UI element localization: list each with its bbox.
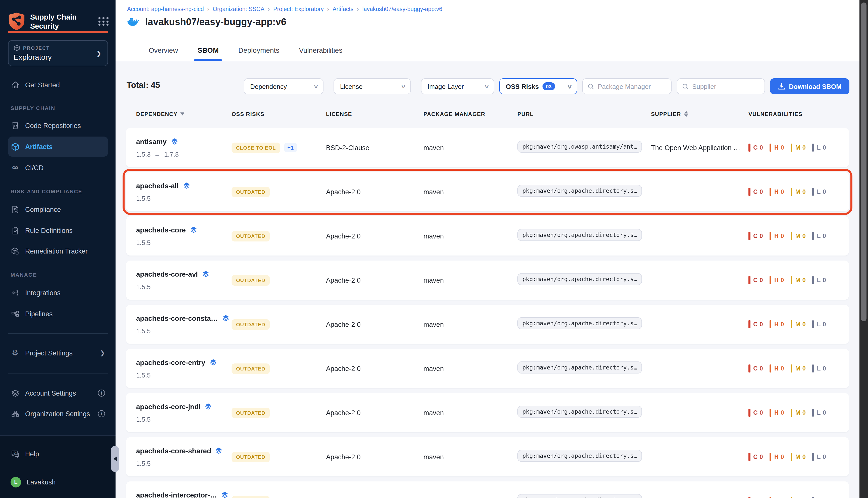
sidebar: Supply Chain Security PROJECT Explorator… [0,0,116,498]
table-row[interactable]: apacheds-core-consta… 1.5.5 OUTDATED Apa… [126,305,849,344]
download-sbom-button[interactable]: Download SBOM [770,78,850,94]
purl-value[interactable]: pkg:maven/org.owasp.antisamy/ant… [517,141,642,153]
purl-value[interactable]: pkg:maven/org.apache.directory.s… [517,229,642,241]
supplier-search-input[interactable] [692,82,760,90]
col-dependency[interactable]: DEPENDENCY [136,111,232,117]
table-row[interactable]: apacheds-core-avl 1.5.5 OUTDATED Apache-… [126,261,849,300]
purl-value[interactable]: pkg:maven/org.apache.directory.s… [517,450,642,462]
purl-value[interactable]: pkg:maven/org.apache.directory.s… [517,317,642,329]
col-label: DEPENDENCY [136,111,178,117]
supply-chain-security-logo-icon [8,12,25,31]
info-icon[interactable]: i [98,410,105,417]
severity-bar-icon [812,144,814,152]
breadcrumb-item[interactable]: Account: app-harness-ng-cicd [127,6,204,12]
dependency-name[interactable]: apacheds-core [136,226,186,234]
dependency-name[interactable]: apacheds-core-shared [136,447,211,455]
dependency-name[interactable]: apacheds-core-entry [136,358,205,366]
license-cell: BSD-2-Clause [326,144,424,152]
risk-extra-badge[interactable]: +1 [284,143,297,152]
tab-sbom[interactable]: SBOM [194,46,222,61]
dependency-name[interactable]: apacheds-interceptor-… [136,491,217,498]
sidebar-item-compliance[interactable]: Compliance [8,202,108,217]
page-scrollbar[interactable] [859,0,868,498]
purl-value[interactable]: pkg:maven/org.apache.directory.s… [517,362,642,374]
dependency-name[interactable]: antisamy [136,137,167,145]
license-cell: Apache-2.0 [326,188,424,196]
col-supplier[interactable]: SUPPLIER [651,111,749,117]
license-filter-select[interactable]: License ∨ [334,78,411,94]
scrollbar-thumb[interactable] [861,2,867,321]
dependency-cell: apacheds-core-avl 1.5.5 [136,270,232,290]
dependency-name[interactable]: apacheds-all [136,182,179,189]
severity-count-l: L0 [812,453,826,461]
info-icon[interactable]: i [98,390,105,397]
table-row[interactable]: apacheds-all 1.5.5 OUTDATED Apache-2.0 m… [126,172,849,211]
page-header: Account: app-harness-ng-cicd›Organizatio… [116,0,859,61]
purl-cell: pkg:maven/org.apache.directory.s… [517,494,651,498]
severity-bar-icon [812,188,814,196]
table-row[interactable]: antisamy 1.5.3→1.7.8 CLOSE TO EOL +1 BSD… [126,128,849,167]
table-row[interactable]: apacheds-core-entry 1.5.5 OUTDATED Apach… [126,349,849,388]
package-manager-search-input[interactable] [598,82,666,90]
package-manager-cell: maven [424,365,517,372]
severity-count-c: C0 [749,188,763,196]
package-manager-cell: maven [424,144,517,152]
sidebar-item-code-repositories[interactable]: Code Repositories [8,118,108,132]
package-manager-cell: maven [424,276,517,284]
sidebar-collapse-handle[interactable] [111,446,119,472]
dependency-cell: apacheds-core-consta… 1.5.5 [136,314,232,335]
user-menu[interactable]: L Lavakush [8,475,108,489]
purl-value[interactable]: pkg:maven/org.apache.directory.s… [517,406,642,418]
breadcrumb-item[interactable]: lavakush07/easy-buggy-app:v6 [362,6,442,12]
purl-value[interactable]: pkg:maven/org.apache.directory.s… [517,185,642,197]
purl-value[interactable]: pkg:maven/org.apache.directory.s… [517,273,642,285]
breadcrumb-item[interactable]: Artifacts [333,6,353,12]
tab-deployments[interactable]: Deployments [235,46,283,61]
project-selector[interactable]: PROJECT Exploratory ❯ [8,40,108,66]
sidebar-item-integrations[interactable]: Integrations [8,286,108,300]
breadcrumb-item[interactable]: Organization: SSCA [213,6,264,12]
project-label-row: PROJECT [14,45,103,51]
dependency-name[interactable]: apacheds-core-consta… [136,314,218,322]
severity-bar-icon [769,365,771,372]
severity-count-c: C0 [749,409,763,417]
dependency-filter-select[interactable]: Dependency ∨ [244,78,324,94]
table-row[interactable]: apacheds-core 1.5.5 OUTDATED Apache-2.0 … [126,217,849,255]
oss-risks-filter-select[interactable]: OSS Risks 03 ∨ [499,78,577,94]
purl-value[interactable]: pkg:maven/org.apache.directory.s… [517,494,642,498]
sidebar-item-cicd[interactable]: ∞ CI/CD [8,161,108,175]
sidebar-item-organization-settings[interactable]: Organization Settings i [8,407,108,421]
oss-risk-cell: OUTDATED [232,363,326,374]
severity-bar-icon [812,453,814,461]
tab-vulnerabilities[interactable]: Vulnerabilities [295,46,346,61]
sidebar-item-label: Get Started [25,81,60,89]
severity-count-l: L0 [812,144,826,152]
sidebar-item-account-settings[interactable]: Account Settings i [8,386,108,400]
app-switcher-icon[interactable] [99,16,109,27]
sidebar-item-get-started[interactable]: Get Started [8,78,108,92]
table-row[interactable]: apacheds-core-shared 1.5.5 OUTDATED Apac… [126,437,849,476]
home-icon [11,80,20,89]
table-row[interactable]: apacheds-core-jndi 1.5.5 OUTDATED Apache… [126,393,849,432]
breadcrumb-item[interactable]: Project: Exploratory [273,6,324,12]
severity-count-h: H0 [769,409,784,417]
sidebar-item-pipelines[interactable]: Pipelines [8,307,108,321]
severity-count-m: M0 [790,497,805,498]
tab-overview[interactable]: Overview [145,46,182,61]
sidebar-item-rule-definitions[interactable]: Rule Definitions [8,223,108,237]
sidebar-item-help[interactable]: ? Help [8,447,108,461]
pipelines-icon [11,309,20,318]
image-layer-filter-select[interactable]: Image Layer ∨ [421,78,494,94]
sidebar-item-project-settings[interactable]: ⚙ Project Settings ❯ [8,346,108,360]
package-manager-cell: maven [424,188,517,196]
sidebar-item-label: Remediation Tracker [25,247,88,255]
dependency-name[interactable]: apacheds-core-jndi [136,402,201,410]
risk-badge: OUTDATED [232,407,270,418]
oss-risks-count-badge: 03 [543,82,555,90]
sidebar-item-remediation-tracker[interactable]: Remediation Tracker [8,244,108,258]
severity-count-c: C0 [749,232,763,240]
sidebar-item-artifacts[interactable]: Artifacts [8,136,108,157]
table-row[interactable]: apacheds-interceptor-… 1.5.5 OUTDATED Ap… [126,482,849,498]
dependency-name[interactable]: apacheds-core-avl [136,270,198,278]
dependency-cell: apacheds-interceptor-… 1.5.5 [136,491,232,498]
